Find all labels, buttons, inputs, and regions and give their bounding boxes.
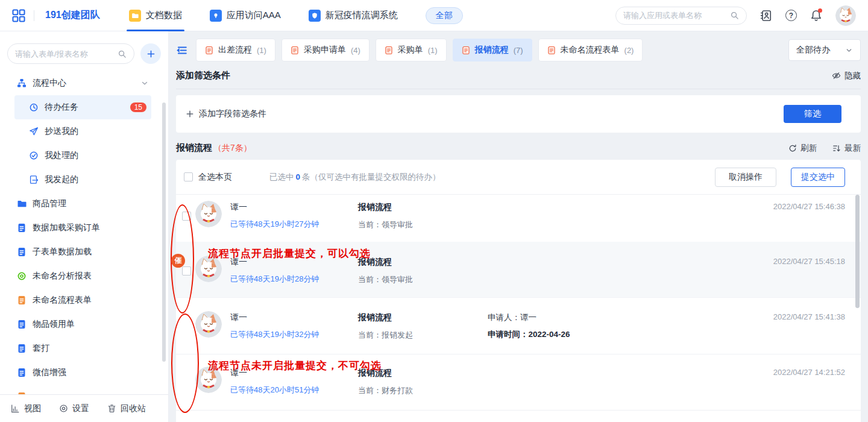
global-search-input[interactable] [623, 11, 730, 20]
flow-name: 报销流程 [358, 368, 488, 379]
doc-icon [291, 46, 299, 55]
sidebar-item-process-center[interactable]: 流程中心 [14, 71, 154, 95]
todo-row[interactable]: 谭一 已等待48天20小时51分钟 报销流程 当前：财务打款 2022/04/2… [176, 354, 861, 411]
flow-tab-unnamed-flow-form[interactable]: 未命名流程表单 (2) [538, 39, 643, 61]
sidebar-item-handled-by-me[interactable]: 我处理的 [14, 143, 154, 168]
recycle-bin-button[interactable]: 回收站 [107, 403, 146, 414]
sidebar-search-input[interactable] [15, 49, 118, 58]
todo-row[interactable]: 谭一 已等待48天19小时32分钟 报销流程 当前：报销发起 申请人：谭一 申请… [176, 297, 861, 354]
tab-doc-data[interactable]: 文档数据 [129, 0, 182, 31]
applicant-name: 谭一 [230, 368, 358, 379]
shield-app-icon [309, 10, 321, 22]
list-count: （共7条） [213, 143, 252, 154]
row-checkbox[interactable] [182, 266, 191, 276]
eye-off-icon [832, 71, 841, 80]
tab-app-access[interactable]: 应用访问AAA [210, 0, 281, 31]
row-timestamp: 2022/04/27 15:45:18 [773, 257, 845, 266]
add-form-button[interactable] [140, 43, 161, 64]
doc-icon [462, 46, 470, 55]
hide-filter-button[interactable]: 隐藏 [832, 71, 861, 81]
sidebar-item-data-load-po[interactable]: 数据加载采购订单 [14, 216, 154, 240]
sidebar-item-todo-tasks[interactable]: 待办任务 15 [14, 95, 151, 119]
contacts-book-icon[interactable] [760, 10, 772, 22]
sidebar-item-unnamed-report[interactable]: 未命名分析报表 [14, 264, 154, 288]
sidebar-item-product-mgmt[interactable]: 商品管理 [14, 192, 154, 216]
clock-icon [29, 102, 39, 112]
flow-name: 报销流程 [358, 202, 488, 213]
todo-row[interactable]: 谭一 已等待48天19小时28分钟 报销流程 当前：领导审批 2022/04/2… [176, 242, 861, 297]
sidebar-item-print-template[interactable]: 套打 [14, 336, 154, 361]
sidebar-item-item-requisition[interactable]: 物品领用单 [14, 312, 154, 336]
apply-filter-button[interactable]: 筛选 [784, 105, 841, 123]
filter-section-header: 添加筛选条件 隐藏 [176, 70, 861, 89]
todo-count-badge: 15 [130, 102, 146, 112]
applicant-name: 谭一 [230, 257, 358, 268]
notification-dot [818, 8, 822, 13]
user-avatar[interactable] [835, 5, 856, 26]
apps-grid-icon[interactable] [12, 9, 25, 22]
sidebar-item-unnamed-flow-form[interactable]: 未命名流程表单 [14, 288, 154, 312]
doc-icon [17, 320, 27, 329]
views-button[interactable]: 视图 [11, 403, 41, 414]
flow-name: 报销流程 [358, 312, 488, 323]
flow-tab-purchase-order[interactable]: 采购单 (1) [376, 39, 447, 61]
sidebar-scrollbar[interactable] [162, 102, 166, 362]
row-checkbox[interactable] [182, 212, 191, 221]
tab-label: 新冠疫情流调系统 [326, 10, 398, 21]
all-apps-pill[interactable]: 全部 [426, 7, 463, 24]
doc-icon [17, 368, 27, 377]
chevron-down-icon [845, 46, 853, 54]
settings-icon [59, 404, 68, 413]
sidebar-item-started-by-me[interactable]: 我发起的 [14, 168, 154, 192]
select-all-checkbox[interactable] [184, 172, 193, 181]
sidebar-item-clipped[interactable] [14, 385, 154, 394]
sidebar-item-wechat-enhance[interactable]: 微信增强 [14, 361, 154, 385]
wait-duration: 已等待48天19小时27分钟 [230, 219, 358, 230]
wait-duration: 已等待48天20小时51分钟 [230, 385, 358, 395]
applicant-field: 申请人：谭一 [488, 312, 570, 323]
doc-icon [385, 46, 393, 55]
row-timestamp: 2022/04/27 14:21:52 [773, 368, 845, 377]
list-scrollbar[interactable] [855, 195, 860, 308]
collapse-list-icon[interactable] [176, 45, 187, 56]
global-search[interactable] [615, 7, 747, 25]
row-avatar [195, 256, 222, 282]
applicant-name: 谭一 [230, 312, 358, 323]
paper-plane-icon [29, 127, 39, 136]
trash-icon [107, 404, 116, 413]
selected-count: 0 [294, 172, 303, 181]
doc-icon [205, 46, 213, 55]
sidebar-item-subform-data-load[interactable]: 子表单数据加载 [14, 240, 154, 264]
check-circle-icon [29, 151, 39, 160]
flow-tab-business-trip[interactable]: 出差流程 (1) [196, 39, 275, 61]
current-node: 当前：领导审批 [358, 219, 488, 230]
row-timestamp: 2022/04/27 15:41:38 [773, 312, 845, 321]
main-content: 出差流程 (1) 采购申请单 (4) 采购单 (1) 报销流程 (7) [169, 31, 868, 422]
team-name[interactable]: 191创建团队 [45, 9, 100, 22]
todo-row[interactable]: 谭一 已等待48天19小时27分钟 报销流程 当前：领导审批 2022/04/2… [176, 195, 861, 242]
bell-icon[interactable] [810, 10, 822, 22]
help-icon[interactable]: ? [785, 10, 797, 21]
tab-covid-system[interactable]: 新冠疫情流调系统 [309, 0, 398, 31]
current-node: 当前：领导审批 [358, 274, 488, 285]
todo-scope-select[interactable]: 全部待办 [788, 39, 861, 61]
flow-tab-reimbursement[interactable]: 报销流程 (7) [453, 39, 532, 61]
sidebar-item-cc-to-me[interactable]: 抄送我的 [14, 119, 154, 143]
cancel-batch-button[interactable]: 取消操作 [715, 168, 776, 187]
doc-icon [17, 247, 27, 257]
add-filter-field-button[interactable]: 添加字段筛选条件 [186, 109, 266, 119]
batch-action-bar: 全选本页 已选中0条（仅可选中有批量提交权限的待办） 取消操作 提交选中 [176, 160, 861, 195]
refresh-button[interactable]: 刷新 [788, 143, 817, 154]
submit-selected-button[interactable]: 提交选中 [791, 168, 845, 187]
wait-duration: 已等待48天19小时28分钟 [230, 274, 358, 285]
current-node: 当前：财务打款 [358, 385, 488, 396]
sidebar: 流程中心 待办任务 15 抄送我的 [0, 31, 169, 422]
settings-button[interactable]: 设置 [59, 403, 89, 414]
chevron-down-icon[interactable] [140, 79, 149, 87]
folder-icon [17, 199, 27, 209]
flow-tab-purchase-request[interactable]: 采购申请单 (4) [281, 39, 370, 61]
doc-icon [17, 344, 27, 353]
workflow-icon [17, 78, 27, 88]
sort-latest-button[interactable]: 最新 [832, 143, 861, 154]
sidebar-search[interactable] [7, 43, 134, 64]
